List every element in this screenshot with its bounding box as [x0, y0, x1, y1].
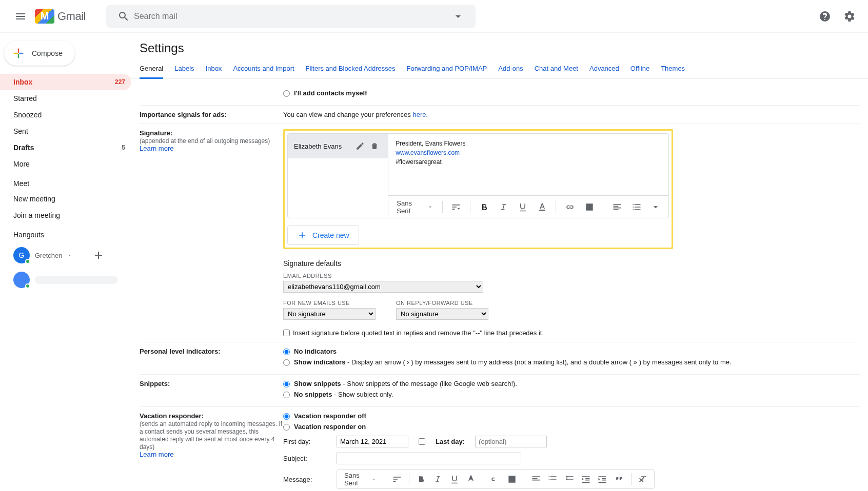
tab-accounts-import[interactable]: Accounts and Import: [233, 59, 294, 78]
tab-chat-meet[interactable]: Chat and Meet: [535, 59, 578, 78]
more-formatting-icon[interactable]: [648, 199, 663, 215]
vac-font-size-icon[interactable]: [390, 471, 403, 487]
vac-link-icon[interactable]: [488, 471, 502, 487]
vac-clear-format-icon[interactable]: [637, 471, 650, 487]
search-input[interactable]: [134, 12, 444, 21]
settings-tabs: General Labels Inbox Accounts and Import…: [131, 59, 868, 79]
caret-down-icon: [67, 253, 72, 258]
tab-advanced[interactable]: Advanced: [589, 59, 619, 78]
importance-text: You can view and change your preferences: [283, 111, 412, 118]
bold-icon[interactable]: [477, 199, 492, 215]
show-indicators-radio[interactable]: [283, 359, 290, 366]
meet-section-header: Meet: [0, 172, 131, 191]
vacation-subject-input[interactable]: [337, 453, 521, 464]
vac-font-picker[interactable]: Sans Serif: [341, 472, 380, 487]
avatar: G: [13, 247, 30, 263]
underline-icon[interactable]: [515, 199, 530, 215]
sidebar-item-starred[interactable]: Starred: [0, 90, 131, 107]
gmail-logo[interactable]: M Gmail: [35, 9, 86, 24]
vac-indent-more-icon[interactable]: [596, 471, 609, 487]
tab-labels[interactable]: Labels: [174, 59, 194, 78]
show-snippets-bold: Show snippets: [294, 380, 341, 387]
hangouts-add-icon[interactable]: [88, 245, 109, 265]
sidebar-item-drafts[interactable]: Drafts 5: [0, 139, 131, 156]
vac-image-icon[interactable]: [505, 471, 518, 487]
tab-themes[interactable]: Themes: [661, 59, 685, 78]
vacation-learn-more-link[interactable]: Learn more: [140, 451, 173, 458]
no-snippets-rest: - Show subject only.: [332, 391, 393, 398]
vac-text-color-icon[interactable]: [464, 471, 478, 487]
avatar: [13, 272, 30, 288]
insert-before-quoted-checkbox[interactable]: [283, 330, 290, 336]
signature-learn-more-link[interactable]: Learn more: [140, 145, 173, 152]
support-icon[interactable]: [815, 6, 835, 27]
email-address-select[interactable]: elizabethevans110@gmail.com: [283, 281, 483, 293]
hangouts-contact-redacted: [35, 276, 118, 284]
tab-forwarding[interactable]: Forwarding and POP/IMAP: [406, 59, 487, 78]
image-icon[interactable]: [582, 199, 597, 215]
last-day-label: Last day:: [436, 438, 465, 445]
signature-defaults-header: Signature defaults: [283, 259, 860, 268]
tab-offline[interactable]: Offline: [630, 59, 649, 78]
caret-down-icon: [371, 476, 377, 482]
sig-line1: President, Evans Flowers: [396, 139, 661, 148]
numbered-list-icon[interactable]: [629, 199, 644, 215]
tab-inbox[interactable]: Inbox: [206, 59, 222, 78]
show-snippets-radio[interactable]: [283, 381, 290, 387]
search-options-icon[interactable]: [448, 6, 468, 27]
vac-quote-icon[interactable]: [612, 471, 625, 487]
for-new-select[interactable]: No signature: [283, 308, 376, 320]
search-icon[interactable]: [113, 6, 134, 27]
indicators-label: Personal level indicators:: [140, 347, 221, 355]
search-bar[interactable]: [106, 5, 476, 28]
vac-bullet-list-icon[interactable]: [562, 471, 576, 487]
link-icon[interactable]: [562, 199, 578, 215]
subject-label: Subject:: [283, 455, 329, 462]
hangouts-self-row[interactable]: G Gretchen: [0, 242, 131, 269]
message-label: Message:: [283, 476, 329, 483]
vacation-off-radio[interactable]: [283, 413, 290, 420]
font-size-icon[interactable]: [449, 199, 464, 215]
vac-align-icon[interactable]: [529, 471, 543, 487]
on-reply-select[interactable]: No signature: [396, 308, 488, 320]
italic-icon[interactable]: [496, 199, 511, 215]
signature-list-item[interactable]: Elizabeth Evans: [288, 134, 388, 158]
signature-content[interactable]: President, Evans Flowers www.evansflower…: [388, 134, 668, 195]
sidebar-item-new-meeting[interactable]: New meeting: [0, 191, 131, 207]
signature-delete-icon[interactable]: [367, 139, 382, 153]
sidebar-item-snoozed[interactable]: Snoozed: [0, 107, 131, 123]
align-icon[interactable]: [609, 199, 625, 215]
create-new-signature-button[interactable]: Create new: [287, 226, 359, 245]
sig-link[interactable]: www.evansflowers.com: [396, 149, 460, 156]
vac-bold-icon[interactable]: [415, 471, 428, 487]
insert-before-quoted-label: Insert signature before quoted text in r…: [293, 329, 544, 337]
last-day-checkbox[interactable]: [419, 438, 425, 445]
tab-addons[interactable]: Add-ons: [498, 59, 523, 78]
hangouts-contact-row[interactable]: [0, 269, 131, 291]
vac-italic-icon[interactable]: [431, 471, 444, 487]
vac-underline-icon[interactable]: [447, 471, 461, 487]
first-day-label: First day:: [283, 438, 329, 445]
tab-general[interactable]: General: [140, 59, 163, 79]
sidebar-item-sent[interactable]: Sent: [0, 123, 131, 139]
tab-filters[interactable]: Filters and Blocked Addresses: [306, 59, 396, 78]
no-indicators-radio[interactable]: [283, 349, 290, 355]
importance-here-link[interactable]: here: [412, 111, 426, 118]
first-day-input[interactable]: [337, 436, 408, 447]
text-color-icon[interactable]: [535, 199, 550, 215]
sidebar-item-more[interactable]: More: [0, 156, 131, 172]
sidebar-item-inbox[interactable]: Inbox 227: [0, 74, 131, 90]
no-snippets-radio[interactable]: [283, 392, 290, 398]
compose-button[interactable]: Compose: [4, 41, 75, 66]
settings-gear-icon[interactable]: [839, 6, 860, 27]
vacation-on-radio[interactable]: [283, 424, 290, 431]
main-menu-icon[interactable]: [8, 4, 33, 29]
vac-indent-less-icon[interactable]: [579, 471, 593, 487]
add-contacts-myself-radio[interactable]: [283, 90, 290, 97]
sig-line3: #flowersaregreat: [396, 157, 661, 167]
font-picker[interactable]: Sans Serif: [393, 199, 436, 215]
sidebar-item-join-meeting[interactable]: Join a meeting: [0, 207, 131, 223]
signature-edit-icon[interactable]: [353, 139, 367, 153]
last-day-input[interactable]: [475, 436, 547, 447]
vac-numbered-list-icon[interactable]: [546, 471, 559, 487]
